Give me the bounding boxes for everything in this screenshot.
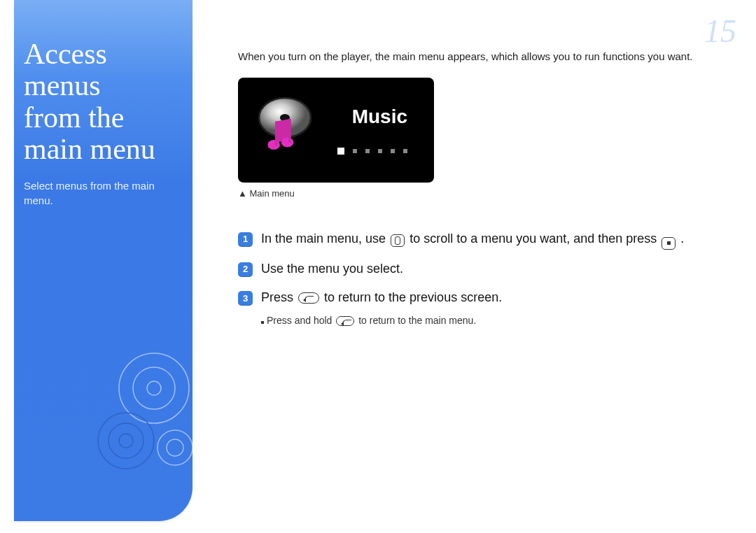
scroll-button-icon [391, 234, 405, 247]
sub-note: Press and hold to return to the main men… [261, 315, 728, 326]
step1-part-c: . [680, 232, 684, 246]
step-3: 3 Press to return to the previous screen… [238, 288, 728, 308]
svg-point-7 [167, 439, 183, 456]
device-label: Music [352, 106, 407, 128]
device-screenshot: Music [238, 78, 434, 183]
cd-music-icon [253, 93, 316, 155]
svg-point-2 [147, 381, 161, 395]
step-text: In the main menu, use to scroll to a men… [261, 229, 728, 250]
svg-point-10 [267, 140, 280, 150]
back-button-icon [298, 292, 319, 304]
subnote-a: Press and hold [267, 315, 335, 326]
svg-point-4 [108, 423, 144, 458]
caption-text: Main menu [250, 188, 295, 199]
enter-button-icon [662, 237, 676, 250]
back-button-icon [336, 316, 354, 326]
step-text: Use the menu you select. [261, 260, 728, 279]
svg-rect-12 [275, 121, 278, 144]
svg-rect-13 [288, 119, 291, 142]
content: When you turn on the player, the main me… [238, 49, 728, 326]
page-number: 15 [704, 13, 736, 50]
decorative-circles [84, 339, 192, 479]
intro-text: When you turn on the player, the main me… [238, 49, 728, 64]
steps-list: 1 In the main menu, use to scroll to a m… [238, 229, 728, 326]
svg-point-5 [119, 434, 133, 448]
step3-part-b: to return to the previous screen. [324, 290, 502, 304]
step1-part-b: to scroll to a menu you want, and then p… [410, 232, 660, 246]
step1-part-a: In the main menu, use [261, 232, 389, 246]
step-number: 3 [238, 291, 253, 306]
step-1: 1 In the main menu, use to scroll to a m… [238, 229, 728, 250]
caption-marker: ▲ [238, 188, 247, 199]
svg-point-1 [133, 367, 175, 409]
bullet-icon [261, 321, 264, 324]
pagination-dots [337, 148, 407, 155]
svg-point-11 [281, 137, 294, 147]
screenshot-caption: ▲ Main menu [238, 188, 728, 199]
sidebar-title-line3: main menu [24, 133, 155, 165]
sidebar-title: Access menus from the main menu [24, 38, 180, 165]
step-number: 1 [238, 232, 253, 247]
svg-point-0 [119, 353, 189, 423]
svg-point-6 [158, 430, 192, 465]
subnote-b: to return to the main menu. [358, 315, 476, 326]
sidebar-title-line2: from the [24, 101, 124, 134]
sidebar-subtitle: Select menus from the main menu. [24, 179, 180, 208]
sidebar: Access menus from the main menu Select m… [14, 0, 192, 521]
step-2: 2 Use the menu you select. [238, 260, 728, 279]
sidebar-title-line1: Access menus [24, 38, 107, 101]
step3-part-a: Press [261, 290, 297, 304]
step-number: 2 [238, 262, 253, 277]
svg-point-3 [98, 413, 154, 469]
step-text: Press to return to the previous screen. [261, 288, 728, 308]
